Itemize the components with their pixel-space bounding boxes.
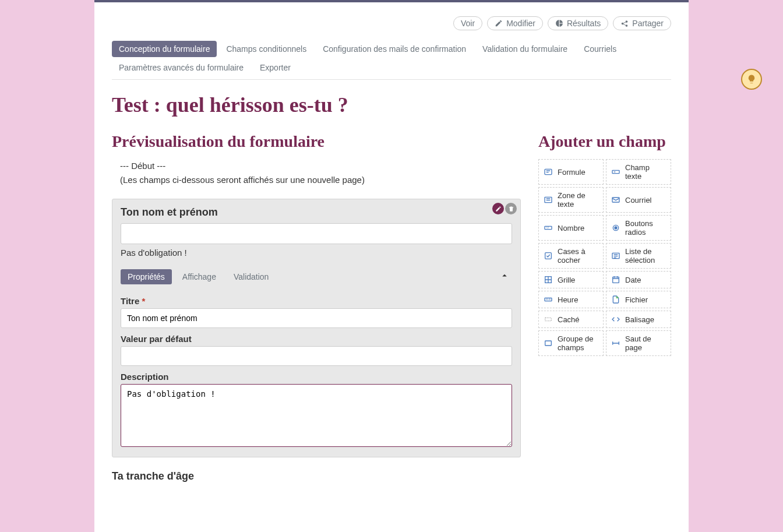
add-group-button[interactable]: Groupe de champs bbox=[538, 330, 604, 356]
add-field-grid: Formule Champ texte Zone de texte Courri… bbox=[538, 159, 671, 356]
default-input[interactable] bbox=[121, 346, 512, 366]
svg-text:12: 12 bbox=[546, 226, 549, 229]
start-block: --- Début --- (Les champs ci-dessous ser… bbox=[112, 159, 521, 187]
add-hidden-button[interactable]: Caché bbox=[538, 311, 604, 328]
formula-icon bbox=[544, 167, 553, 177]
voir-button[interactable]: Voir bbox=[453, 16, 482, 30]
lightbulb-icon bbox=[746, 74, 757, 84]
add-email-button[interactable]: Courriel bbox=[606, 187, 671, 213]
checkbox-icon bbox=[544, 251, 553, 260]
edit-field-button[interactable] bbox=[492, 203, 504, 214]
field-preview-input[interactable] bbox=[121, 223, 512, 244]
page-title: Test : quel hérisson es-tu ? bbox=[112, 93, 671, 117]
resultats-button[interactable]: Résultats bbox=[548, 16, 608, 30]
text-field-icon bbox=[611, 167, 620, 177]
number-icon: 12 bbox=[544, 223, 553, 232]
svg-point-7 bbox=[615, 227, 617, 229]
pie-chart-icon bbox=[555, 19, 563, 27]
tab-courriels[interactable]: Courriels bbox=[577, 41, 623, 57]
field-tabs-row: Propriétés Affichage Validation bbox=[112, 265, 520, 284]
main-layout: Prévisualisation du formulaire --- Début… bbox=[112, 132, 671, 482]
trash-icon bbox=[508, 206, 514, 212]
svg-rect-1 bbox=[612, 170, 619, 173]
field-tab-validation[interactable]: Validation bbox=[227, 269, 276, 284]
start-note: (Les champs ci-dessous seront affichés s… bbox=[120, 173, 521, 187]
add-time-button[interactable]: 00:00 Heure bbox=[538, 291, 604, 308]
tab-nav: Conception du formulaire Champs conditio… bbox=[112, 41, 671, 80]
file-icon bbox=[611, 295, 620, 304]
email-icon bbox=[611, 195, 620, 205]
svg-text:00:00: 00:00 bbox=[546, 298, 551, 301]
page-container: Voir Modifier Résultats Partager Concept… bbox=[94, 0, 689, 532]
modifier-button[interactable]: Modifier bbox=[487, 16, 543, 30]
chevron-up-icon bbox=[499, 270, 510, 281]
right-column: Ajouter un champ Formule Champ texte Zon… bbox=[538, 132, 671, 482]
default-label: Valeur par défaut bbox=[121, 334, 512, 344]
add-file-button[interactable]: Fichier bbox=[606, 291, 671, 308]
field-props: Titre * Valeur par défaut Description Pa… bbox=[112, 284, 520, 457]
tab-avances[interactable]: Paramètres avancés du formulaire bbox=[112, 59, 251, 76]
tab-exporter[interactable]: Exporter bbox=[253, 59, 298, 76]
field-actions bbox=[492, 203, 517, 214]
add-select-button[interactable]: Liste de sélection bbox=[606, 243, 671, 269]
start-marker: --- Début --- bbox=[120, 159, 521, 173]
add-textarea-button[interactable]: Zone de texte bbox=[538, 187, 604, 213]
tab-mails[interactable]: Configuration des mails de confirmation bbox=[316, 41, 473, 57]
svg-rect-14 bbox=[545, 318, 552, 320]
add-date-button[interactable]: Date bbox=[606, 271, 671, 288]
date-icon bbox=[611, 275, 620, 284]
share-icon bbox=[620, 19, 629, 27]
partager-label: Partager bbox=[632, 19, 664, 28]
required-star: * bbox=[142, 296, 145, 306]
preview-heading: Prévisualisation du formulaire bbox=[112, 132, 521, 151]
collapse-toggle[interactable] bbox=[499, 270, 512, 284]
svg-rect-11 bbox=[613, 277, 619, 283]
add-checkbox-button[interactable]: Cases à cocher bbox=[538, 243, 604, 269]
add-pagebreak-button[interactable]: Saut de page bbox=[606, 330, 671, 356]
add-radio-button[interactable]: Boutons radios bbox=[606, 215, 671, 241]
field-description-preview: Pas d'obligation ! bbox=[121, 248, 512, 258]
svg-rect-8 bbox=[545, 253, 552, 259]
next-field-heading: Ta tranche d'âge bbox=[112, 470, 521, 482]
add-text-button[interactable]: Champ texte bbox=[606, 159, 671, 185]
tab-conception[interactable]: Conception du formulaire bbox=[112, 41, 217, 57]
field-tab-proprietes[interactable]: Propriétés bbox=[121, 269, 172, 284]
add-grid-button[interactable]: Grille bbox=[538, 271, 604, 288]
field-tab-affichage[interactable]: Affichage bbox=[175, 269, 223, 284]
pagebreak-icon bbox=[611, 339, 620, 348]
add-number-button[interactable]: 12 Nombre bbox=[538, 215, 604, 241]
group-icon bbox=[544, 339, 553, 348]
tab-conditionnels[interactable]: Champs conditionnels bbox=[219, 41, 313, 57]
left-column: Prévisualisation du formulaire --- Début… bbox=[112, 132, 521, 482]
help-bulb-button[interactable] bbox=[741, 69, 762, 90]
svg-rect-15 bbox=[545, 341, 552, 346]
modifier-label: Modifier bbox=[506, 19, 535, 28]
grid-icon bbox=[544, 275, 553, 284]
field-card-header: Ton nom et prénom Pas d'obligation ! bbox=[112, 199, 520, 265]
field-card: Ton nom et prénom Pas d'obligation ! Pro… bbox=[112, 199, 521, 457]
resultats-label: Résultats bbox=[567, 19, 601, 28]
action-bar: Voir Modifier Résultats Partager bbox=[112, 16, 671, 30]
tab-validation-form[interactable]: Validation du formulaire bbox=[475, 41, 574, 57]
add-field-heading: Ajouter un champ bbox=[538, 132, 671, 151]
delete-field-button[interactable] bbox=[505, 203, 517, 214]
hidden-icon bbox=[544, 315, 553, 324]
description-textarea[interactable]: Pas d'obligation ! bbox=[121, 384, 512, 447]
radio-icon bbox=[611, 223, 620, 232]
titre-label: Titre * bbox=[121, 296, 512, 306]
pencil-icon bbox=[495, 206, 502, 212]
description-label: Description bbox=[121, 372, 512, 382]
time-icon: 00:00 bbox=[544, 295, 553, 304]
voir-label: Voir bbox=[461, 19, 475, 28]
textarea-icon bbox=[544, 195, 553, 205]
partager-button[interactable]: Partager bbox=[613, 16, 671, 30]
titre-input[interactable] bbox=[121, 308, 512, 328]
add-formule-button[interactable]: Formule bbox=[538, 159, 604, 185]
markup-icon bbox=[611, 315, 620, 324]
add-markup-button[interactable]: Balisage bbox=[606, 311, 671, 328]
select-icon bbox=[611, 251, 620, 260]
field-title: Ton nom et prénom bbox=[121, 206, 512, 219]
pencil-icon bbox=[495, 19, 503, 27]
